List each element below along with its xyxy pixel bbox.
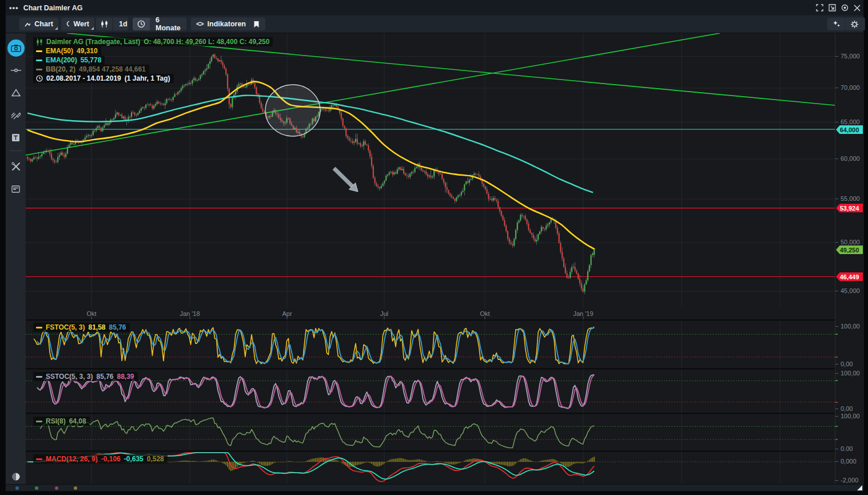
search-icon (66, 21, 69, 28)
status-dot-blue (15, 486, 19, 490)
window-menu-icon[interactable]: ••• (9, 3, 19, 12)
legend-ema50-row[interactable]: EMA(50) 49,310 (33, 46, 101, 56)
interval-label: 1d (119, 20, 128, 28)
chart-type-label: Chart (34, 20, 53, 28)
main-chart-svg[interactable]: OktJan '18AprJulOktJan '19 (26, 33, 835, 485)
ema200-value: 55,778 (81, 56, 102, 64)
ema50-value: 49,310 (77, 47, 98, 55)
macd-hist-value: 0,528 (147, 455, 164, 463)
price-axis-tick: 65,000 (835, 118, 860, 125)
price-level-lines[interactable] (26, 129, 835, 277)
trendlines-pencil-icon (11, 111, 21, 120)
indicators-button[interactable]: <> Indikatoren (191, 18, 254, 30)
trendlines-tool-button[interactable] (6, 105, 26, 125)
macd-legend[interactable]: MACD(12, 26, 9) -0,106 -0,635 0,528 (33, 454, 168, 464)
status-dot-green (35, 486, 38, 490)
range-label-segment[interactable]: 6 Monate (150, 18, 186, 30)
sstoc-value-k: 85,76 (96, 373, 113, 381)
rsi-swatch-icon (36, 421, 42, 422)
price-axis-tick: 60,000 (835, 155, 860, 162)
drawing-annotations[interactable] (265, 85, 358, 192)
legend-symbol-row[interactable]: Daimler AG (Tradegate, Last) O: 48,700 H… (33, 37, 273, 46)
sstoc-legend[interactable]: SSTOC(5, 3, 3) 85,76 88,39 (33, 372, 138, 381)
interval-button[interactable]: 1d (113, 18, 133, 30)
clock-icon (36, 75, 43, 82)
panel-dividers[interactable] (26, 319, 835, 452)
resize-handle[interactable] (857, 485, 862, 490)
sstoc-threshold-mark (835, 402, 838, 403)
legend-period: (1 Jahr, 1 Tag) (125, 74, 170, 82)
price-tag-46-449[interactable]: 46,449 (836, 272, 863, 281)
ema200-swatch-icon (36, 60, 42, 61)
legend-symbol-name: Daimler AG (Tradegate, Last) (46, 38, 140, 46)
macd-swatch-icon (36, 458, 42, 460)
fstoc-label: FSTOC(5, 3) (46, 323, 85, 331)
price-axis-tick: 55,000 (835, 195, 860, 202)
theme-toggle-button[interactable] (6, 467, 26, 486)
candlestick-icon (101, 20, 108, 28)
svg-text:Jan '18: Jan '18 (180, 310, 200, 317)
clock-icon[interactable] (133, 18, 150, 30)
record-icon[interactable] (838, 3, 851, 13)
magic-button[interactable] (827, 18, 846, 30)
chart-type-button[interactable]: Chart (19, 18, 58, 30)
sstoc-threshold-mark (835, 380, 838, 381)
layout-button[interactable] (6, 179, 26, 199)
macd-value: -0,106 (101, 455, 121, 463)
popout-icon[interactable] (826, 3, 838, 13)
close-icon[interactable] (851, 3, 863, 13)
svg-text:Jul: Jul (380, 310, 388, 317)
range-button[interactable]: 6 Monate (133, 18, 186, 30)
price-axis-tick: 70,000 (835, 84, 860, 91)
tools-button[interactable] (6, 157, 26, 176)
macd-signal-value: -0,635 (124, 455, 144, 463)
shapes-tool-button[interactable] (6, 83, 26, 102)
fstoc-axis-tick: 0,00 (835, 361, 853, 367)
window-title: Chart Daimler AG (23, 4, 83, 12)
sidebar-divider (9, 151, 22, 151)
range-label: 6 Monate (156, 16, 181, 32)
legend-ohlc: O: 48,700 H: 49,260 L: 48,400 C: 49,250 (144, 38, 269, 46)
layout-list-icon (11, 185, 20, 193)
ema50-swatch-icon (36, 50, 42, 52)
legend-daterange: 02.08.2017 - 14.01.2019 (46, 74, 121, 82)
maximize-icon[interactable] (813, 3, 826, 13)
price-axis-tick: 45,000 (835, 287, 860, 294)
price-axis[interactable]: 75,00070,00065,00060,00055,00050,00045,0… (835, 33, 864, 485)
text-tool-button[interactable] (6, 128, 26, 147)
legend-bb-row[interactable]: BB(20, 2) 49,854 47,258 44,661 (33, 65, 149, 74)
bookmark-button[interactable] (248, 18, 265, 30)
snapshot-tool-button[interactable] (6, 38, 26, 58)
fstoc-legend[interactable]: FSTOC(5, 3) 81,58 85,76 (33, 323, 130, 332)
candle-style-button[interactable] (96, 18, 113, 30)
trendline-annotations[interactable] (26, 33, 835, 155)
svg-text:Apr: Apr (282, 310, 292, 317)
horizontal-line-icon (11, 68, 21, 73)
settings-button[interactable] (845, 18, 865, 30)
bb-swatch-icon (36, 69, 42, 70)
candlestick-icon (36, 38, 43, 46)
chart-window: ••• Chart Daimler AG Chart Wert (6, 0, 863, 491)
symbol-search-label: Wert (73, 20, 89, 28)
price-tag-64-000[interactable]: 64,000 (836, 125, 863, 134)
rsi-threshold-mark (835, 439, 838, 440)
indicators-label: Indikatoren (208, 20, 246, 28)
status-dot-yellow (74, 486, 77, 490)
macd-axis-tick: -2,000 (835, 477, 858, 484)
svg-text:Jan '19: Jan '19 (573, 310, 593, 317)
price-tag-53-924[interactable]: 53,924 (836, 204, 863, 212)
legend-ema200-row[interactable]: EMA(200) 55,778 (33, 56, 105, 65)
legend-daterange-row[interactable]: 02.08.2017 - 14.01.2019 (1 Jahr, 1 Tag) (33, 74, 174, 83)
chart-area: OktJan '18AprJulOktJan '19 Daimler AG (T… (26, 33, 835, 485)
fstoc-axis-tick: 100,00 (835, 323, 860, 330)
bb-label: BB(20, 2) (46, 65, 75, 73)
fstoc-swatch-icon (36, 327, 42, 328)
symbol-search-button[interactable]: Wert (61, 18, 94, 30)
ema200-label: EMA(200) (46, 56, 77, 64)
candle-interval-group: 1d (96, 18, 128, 30)
rsi-value: 64,08 (69, 417, 86, 425)
ema50-label: EMA(50) (46, 47, 73, 55)
rsi-legend[interactable]: RSI(8) 64,08 (33, 417, 90, 426)
price-tag-49-250[interactable]: 49,250 (836, 245, 863, 254)
measure-tool-button[interactable] (6, 61, 26, 80)
